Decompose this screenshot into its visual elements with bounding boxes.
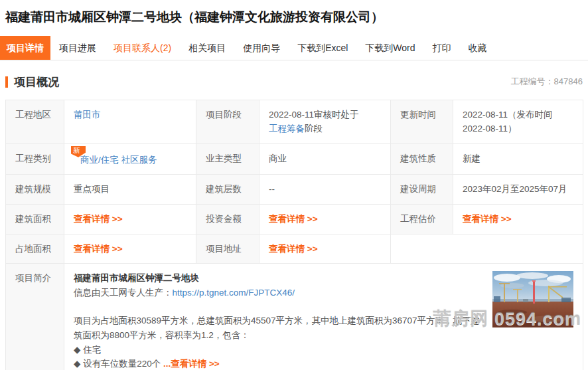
tab-print[interactable]: 打印 <box>424 36 460 60</box>
estimate-value: 查看详情 >> <box>453 205 583 234</box>
section-header: 项目概况 工程编号：847846 <box>5 74 583 90</box>
region-label: 工程地区 <box>6 100 64 143</box>
section-accent-bar-icon <box>5 76 8 88</box>
category-label: 工程类别 <box>6 143 64 175</box>
category-link-community-service[interactable]: 社区服务 <box>121 155 157 165</box>
construction-period-label: 建设周期 <box>391 175 453 205</box>
section-title: 项目概况 <box>5 74 59 90</box>
construction-period-value: 2023年02月至2025年07月 <box>453 175 583 205</box>
stage-link[interactable]: 工程筹备 <box>269 124 305 134</box>
table-row: 项目简介 <box>6 264 583 370</box>
building-area-detail-link[interactable]: 查看详情 >> <box>74 214 123 224</box>
table-row: 建筑规模 重点项目 建筑层数 -- 建设周期 2023年02月至2025年07月 <box>6 175 583 205</box>
empty-cell <box>391 234 583 264</box>
table-row: 工程地区 莆田市 项目阶段 2022-08-11审核时处于 工程筹备阶段 更新时… <box>6 100 583 143</box>
intro-source-text: 信息由天工网专人生产： <box>74 288 173 298</box>
update-time-value: 2022-08-11（发布时间2022-08-11） <box>453 100 583 143</box>
intro-bullet-parking: ◆ 设有车位数量220个 ...查看详情 >> <box>74 357 573 370</box>
owner-type-value: 商业 <box>259 143 391 175</box>
tab-related-projects[interactable]: 相关项目 <box>180 36 234 60</box>
stage-text-after: 阶段 <box>305 124 323 134</box>
page-title: 福建莆田市城厢区钟潭二号地块（福建钟潭文化旅游投资有限公司） <box>0 0 588 26</box>
investment-detail-link[interactable]: 查看详情 >> <box>269 214 318 224</box>
address-value: 查看详情 >> <box>259 234 391 264</box>
land-area-value: 查看详情 >> <box>64 234 196 264</box>
tab-usage-guide[interactable]: 使用向导 <box>234 36 289 60</box>
building-nature-label: 建筑性质 <box>391 143 453 175</box>
intro-bullet-parking-text: ◆ 设有车位数量220个 <box>74 359 163 369</box>
owner-type-label: 业主类型 <box>196 143 259 175</box>
stage-label: 项目阶段 <box>196 100 259 143</box>
address-label: 项目地址 <box>196 234 259 264</box>
intro-content: 福建莆田市城厢区钟潭二号地块 信息由天工网专人生产：https://p.tgne… <box>64 264 583 370</box>
tab-download-excel[interactable]: 下载到Excel <box>289 36 356 60</box>
building-area-label: 建筑面积 <box>6 205 64 234</box>
intro-bullet-residential: ◆ 住宅 <box>74 343 573 357</box>
update-time-label: 更新时间 <box>391 100 453 143</box>
floors-label: 建筑层数 <box>196 175 259 205</box>
building-scale-label: 建筑规模 <box>6 175 64 205</box>
estimate-detail-link[interactable]: 查看详情 >> <box>463 214 512 224</box>
floors-value: -- <box>259 175 391 205</box>
land-area-detail-link[interactable]: 查看详情 >> <box>74 244 123 254</box>
category-value: 新 商业/住宅 社区服务 <box>64 143 196 175</box>
tab-project-contacts[interactable]: 项目联系人(2) <box>105 36 180 60</box>
region-value: 莆田市 <box>64 100 196 143</box>
region-link[interactable]: 莆田市 <box>74 110 101 120</box>
construction-site-photo <box>492 271 573 327</box>
building-scale-value: 重点项目 <box>64 175 196 205</box>
table-row: 占地面积 查看详情 >> 项目地址 查看详情 >> <box>6 234 583 264</box>
project-number: 工程编号：847846 <box>511 76 583 88</box>
land-area-label: 占地面积 <box>6 234 64 264</box>
intro-source-link[interactable]: https://p.tgnet.com/FJPTCX46/ <box>173 288 295 298</box>
tab-project-detail[interactable]: 项目详情 <box>0 36 50 60</box>
stage-value: 2022-08-11审核时处于 工程筹备阶段 <box>259 100 391 143</box>
section-title-text: 项目概况 <box>14 74 59 90</box>
intro-more-link[interactable]: ...查看详情 >> <box>163 359 220 369</box>
table-row: 建筑面积 查看详情 >> 投资金额 查看详情 >> 工程估价 查看详情 >> <box>6 205 583 234</box>
category-link-commercial-residential[interactable]: 商业/住宅 <box>80 155 119 165</box>
tab-download-word[interactable]: 下载到Word <box>356 36 423 60</box>
investment-value: 查看详情 >> <box>259 205 391 234</box>
address-detail-link[interactable]: 查看详情 >> <box>269 244 318 254</box>
building-nature-value: 新建 <box>453 143 583 175</box>
estimate-label: 工程估价 <box>391 205 453 234</box>
tab-project-progress[interactable]: 项目进展 <box>50 36 105 60</box>
stage-text-before: 2022-08-11审核时处于 <box>269 110 359 120</box>
tab-favorite[interactable]: 收藏 <box>460 36 496 60</box>
project-overview-table: 工程地区 莆田市 项目阶段 2022-08-11审核时处于 工程筹备阶段 更新时… <box>5 100 583 370</box>
investment-label: 投资金额 <box>196 205 259 234</box>
tab-bar: 项目详情 项目进展 项目联系人(2) 相关项目 使用向导 下载到Excel 下载… <box>0 36 588 60</box>
intro-label: 项目简介 <box>6 264 64 370</box>
building-area-value: 查看详情 >> <box>64 205 196 234</box>
table-row: 工程类别 新 商业/住宅 社区服务 业主类型 商业 建筑性质 新建 <box>6 143 583 175</box>
